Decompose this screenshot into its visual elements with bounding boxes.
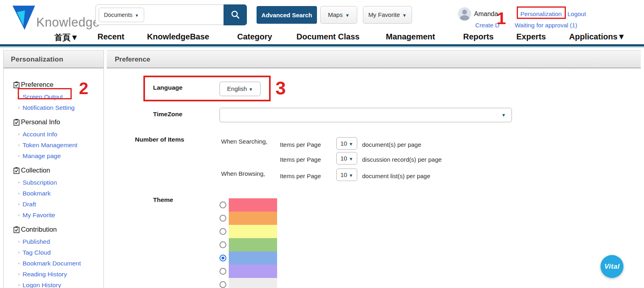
sidebar-item-account-info[interactable]: Account Info <box>18 129 104 140</box>
main-nav: 首頁▼ Recent KnowledgeBase Category Docume… <box>0 32 644 44</box>
sidebar-item-bookmark[interactable]: Bookmark <box>18 188 104 199</box>
items-per-page-label: Items per Page <box>280 141 321 148</box>
my-favorite-dropdown[interactable]: My Favorite▼ <box>363 6 412 24</box>
sidebar-item-label: Screen Output <box>23 93 63 101</box>
bullet-icon <box>18 144 20 146</box>
sidebar-item-label: Subscription <box>23 179 57 186</box>
theme-swatch-gray[interactable] <box>229 278 277 288</box>
search-icon <box>230 10 240 19</box>
clipboard-check-icon <box>13 81 20 88</box>
search-button[interactable] <box>224 4 247 25</box>
theme-radio-pink[interactable] <box>219 202 226 208</box>
search-scope-dropdown[interactable]: Documents▼ <box>99 8 144 22</box>
theme-swatch-blue[interactable] <box>229 251 277 265</box>
theme-swatch-green[interactable] <box>229 238 277 251</box>
waiting-for-approval-link[interactable]: Waiting for approval (1) <box>515 22 577 29</box>
sidebar-section-label: Preference <box>21 81 54 88</box>
language-select[interactable]: English ▼ <box>219 82 261 96</box>
nav-document-class[interactable]: Document Class <box>296 32 360 41</box>
bullet-icon <box>18 155 20 157</box>
nav-recent[interactable]: Recent <box>97 32 124 41</box>
timezone-label: TimeZone <box>153 111 182 118</box>
nav-experts[interactable]: Experts <box>516 32 546 41</box>
sidebar-item-manage-page[interactable]: Manage page <box>18 150 104 161</box>
search-box: Documents▼ <box>95 4 247 25</box>
sidebar-section-personal-info: Personal Info <box>13 118 104 126</box>
items-per-page-label: Items per Page <box>280 156 321 163</box>
theme-radio-yellow[interactable] <box>219 228 226 235</box>
theme-radio-orange[interactable] <box>219 215 226 222</box>
language-label: Language <box>153 84 182 91</box>
chevron-down-icon: ▼ <box>345 13 350 18</box>
bullet-icon <box>18 284 20 286</box>
sidebar-item-subscription[interactable]: Subscription <box>18 177 104 188</box>
sidebar-item-reading-history[interactable]: Reading History <box>18 269 104 280</box>
sidebar-item-published[interactable]: Published <box>18 236 104 247</box>
timezone-select[interactable]: ▼ <box>219 108 512 122</box>
discussion-per-page-suffix: discussion record(s) per page <box>362 156 442 163</box>
items-per-page-value: 10 <box>340 140 347 147</box>
sidebar-item-logon-history[interactable]: Logon History <box>18 280 104 288</box>
items-per-page-select-discussion[interactable]: 10 ▼ <box>336 152 357 165</box>
sidebar-item-label: Notification Setting <box>23 104 75 111</box>
theme-radio-green[interactable] <box>219 241 226 248</box>
nav-knowledgebase[interactable]: KnowledgeBase <box>147 32 209 41</box>
chevron-down-icon: ▼ <box>349 173 353 178</box>
sidebar-item-screen-output[interactable]: Screen Output <box>18 91 104 102</box>
theme-radio-blue[interactable] <box>219 255 226 261</box>
sidebar-item-label: Reading History <box>23 271 67 278</box>
bullet-icon <box>18 252 20 253</box>
sidebar-item-tag-cloud[interactable]: Tag Cloud <box>18 247 104 258</box>
theme-radio-purple[interactable] <box>219 268 226 275</box>
chevron-down-icon: ▼ <box>349 156 353 161</box>
create-document-link[interactable]: Create D <box>475 22 499 29</box>
sidebar-item-my-favorite[interactable]: My Favorite <box>18 210 104 220</box>
sidebar-item-label: Account Info <box>23 131 57 138</box>
sidebar-list: PreferenceScreen OutputNotification Sett… <box>4 68 104 288</box>
sidebar-item-draft[interactable]: Draft <box>18 199 104 210</box>
bullet-icon <box>18 134 20 135</box>
clipboard-check-icon <box>13 226 20 233</box>
nav-divider-bar <box>0 44 644 47</box>
person-icon <box>458 7 471 21</box>
nav-category[interactable]: Category <box>237 32 272 41</box>
sidebar: Personalization PreferenceScreen OutputN… <box>3 50 104 288</box>
sidebar-item-notification-setting[interactable]: Notification Setting <box>18 102 104 113</box>
sidebar-item-label: Bookmark <box>23 190 51 197</box>
sidebar-item-bookmark-document[interactable]: Bookmark Document <box>18 258 104 269</box>
bullet-icon <box>18 96 20 98</box>
sidebar-item-label: Draft <box>23 201 36 208</box>
sidebar-item-label: My Favorite <box>23 212 55 219</box>
personalization-link[interactable]: Personalization <box>520 10 562 17</box>
bullet-icon <box>18 214 20 216</box>
items-per-page-select-document-list[interactable]: 10 ▼ <box>336 169 357 181</box>
bullet-icon <box>18 241 20 243</box>
logo-text: Knowledge <box>36 15 100 30</box>
theme-swatch-orange[interactable] <box>229 212 277 225</box>
theme-radio-gray[interactable] <box>219 281 226 288</box>
vital-badge[interactable]: Vital <box>601 255 623 278</box>
items-per-page-select-documents[interactable]: 10 ▼ <box>336 137 357 150</box>
sidebar-item-token-management[interactable]: Token Management <box>18 140 104 150</box>
theme-swatch-purple[interactable] <box>229 265 277 278</box>
advanced-search-button[interactable]: Advanced Search <box>257 6 317 24</box>
user-name: Amanda <box>474 10 498 18</box>
theme-swatch-pink[interactable] <box>229 198 277 212</box>
avatar[interactable] <box>458 7 471 21</box>
items-per-page-value: 10 <box>340 171 347 178</box>
document-list-per-page-suffix: document list(s) per page <box>362 173 430 179</box>
sidebar-item-label: Logon History <box>23 282 61 288</box>
sidebar-item-label: Token Management <box>23 142 77 149</box>
bullet-icon <box>18 107 20 109</box>
maps-dropdown[interactable]: Maps▼ <box>320 6 357 24</box>
sidebar-section-collection: Collection <box>13 167 104 174</box>
nav-home[interactable]: 首頁▼ <box>54 32 79 43</box>
nav-management[interactable]: Management <box>386 32 435 41</box>
nav-reports[interactable]: Reports <box>463 32 494 41</box>
theme-swatch-yellow[interactable] <box>229 225 277 238</box>
search-input[interactable] <box>144 7 237 23</box>
main-panel: Preference Language English ▼ TimeZone ▼… <box>107 50 641 288</box>
sidebar-item-label: Bookmark Document <box>23 260 81 267</box>
nav-applications[interactable]: Applications▼ <box>569 32 625 41</box>
logout-link[interactable]: Logout <box>567 10 586 17</box>
